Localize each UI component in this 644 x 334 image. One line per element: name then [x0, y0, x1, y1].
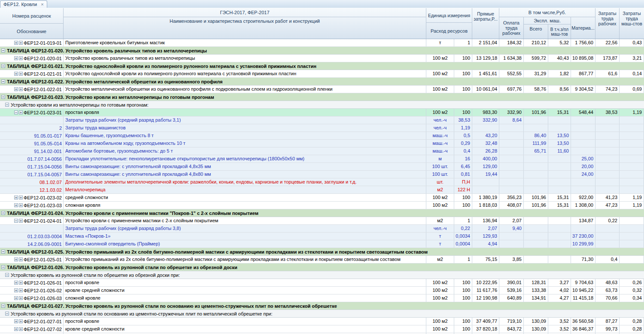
em_zp-cell: 1,82 [548, 70, 571, 77]
collapse-icon[interactable]: − [1, 64, 5, 68]
expand-icon[interactable]: + [14, 281, 18, 285]
collapse-icon[interactable]: − [1, 49, 5, 52]
rate-row[interactable]: ++ФЕР12-01-023-02средней сложности100 м2… [0, 194, 644, 202]
expand-icon[interactable]: + [19, 41, 23, 45]
mach-cell: 1,19 [620, 109, 644, 116]
collapse-icon[interactable]: − [14, 219, 18, 223]
rate-row[interactable]: ++ФЕР12-01-020-01Устройство кровель разл… [0, 55, 644, 62]
rate-row[interactable]: ++ФЕР12-01-022-01Устройство металлическо… [0, 86, 644, 93]
expand-icon[interactable]: + [14, 257, 18, 261]
rate-row[interactable]: ++ФЕР12-01-026-02кровле средней сложност… [0, 287, 644, 294]
expand-icon[interactable]: + [19, 72, 23, 76]
expand-icon[interactable]: + [19, 281, 23, 285]
rate-row[interactable]: −+ФЕР12-01-024-01Устройство кровли с при… [0, 217, 644, 225]
expand-icon[interactable]: + [14, 196, 18, 199]
section-row[interactable]: −ТАБЛИЦА ФЕР12-01-025. Устройство примык… [0, 248, 644, 256]
resource-row[interactable]: 91.05.05-014Краны на автомобильном ходу,… [0, 140, 644, 147]
rate-row[interactable]: ++ФЕР12-01-021-01Устройство однослойной … [0, 70, 644, 78]
code-text: 01.7.15.04-0056 [27, 163, 62, 170]
section-row[interactable]: −ТАБЛИЦА ФЕР12-01-026. Устройство кровел… [0, 264, 644, 271]
expand-icon[interactable]: + [19, 87, 23, 91]
expand-icon[interactable]: + [14, 319, 18, 323]
expand-icon[interactable]: + [19, 110, 23, 114]
qty-cell: 100 [454, 325, 472, 333]
collapse-icon[interactable]: − [5, 312, 9, 316]
rate-row[interactable]: ++ФЕР12-01-027-02кровле средней сложност… [0, 325, 644, 333]
expand-icon[interactable]: + [14, 203, 18, 207]
mat-cell [571, 124, 595, 132]
group-row[interactable]: −Устройство кровель из рулонной стали по… [0, 271, 644, 279]
mat-cell: 24,00 [571, 171, 595, 178]
code-text: 12.1.03.02 [39, 187, 62, 193]
expand-icon[interactable]: + [19, 219, 23, 223]
unit-cell: 100 шт. [426, 163, 454, 170]
expand-icon[interactable]: + [14, 87, 18, 91]
resource-row[interactable]: 91.14.02-001Автомобили бортовые, грузопо… [0, 147, 644, 155]
direct-cell: 2,07 [472, 225, 499, 232]
expand-icon[interactable]: + [19, 288, 23, 292]
em_total-cell [524, 233, 548, 240]
resource-row[interactable]: 01.2.03.03-0004Мастика «Покров-1»т0,0034… [0, 233, 644, 240]
collapse-icon[interactable]: − [1, 265, 5, 269]
expand-icon[interactable]: + [19, 56, 23, 60]
expand-icon[interactable]: + [14, 41, 18, 45]
rate-row[interactable]: ++ФЕР12-01-019-01Приготовление кровельны… [0, 39, 644, 47]
code-text: ФЕР12-01-023-02 [24, 194, 62, 201]
expand-icon[interactable]: + [19, 257, 23, 261]
expand-icon[interactable]: + [19, 196, 23, 199]
expand-icon[interactable]: + [14, 56, 18, 60]
resource-row[interactable]: 12.1.03.02Металлочерепицам2122 Н [0, 186, 644, 194]
section-row[interactable]: −ТАБЛИЦА ФЕР12-01-022. Устройство металл… [0, 78, 644, 86]
expand-icon[interactable]: + [19, 296, 23, 300]
header-gesn: ГЭСН-2017, ФЕР-2017 [64, 8, 426, 17]
expand-icon[interactable]: + [19, 327, 23, 331]
em_zp-cell [548, 178, 571, 186]
pay-cell: 390,01 [499, 279, 524, 286]
em_zp-cell: 3,52 [548, 325, 571, 333]
section-row[interactable]: −ТАБЛИЦА ФЕР12-01-023. Устройство кровли… [0, 93, 644, 101]
section-row[interactable]: −ТАБЛИЦА ФЕР12-01-021. Устройство односл… [0, 62, 644, 70]
resource-row[interactable]: 2Затраты труда машинистовчел.-ч1,19 [0, 124, 644, 132]
rate-row[interactable]: ++ФЕР12-01-026-03сложной кровле100 м2100… [0, 294, 644, 302]
rate-row[interactable]: ++ФЕР12-01-027-01простой кровле100 м2100… [0, 318, 644, 325]
section-row[interactable]: −ТАБЛИЦА ФЕР12-01-020. Устройство кровел… [0, 47, 644, 55]
section-row[interactable]: −ТАБЛИЦА ФЕР12-01-024. Устройство кровли… [0, 209, 644, 217]
resource-row[interactable]: 01.7.15.04-0057Винты самонарезающие: с у… [0, 171, 644, 178]
group-row[interactable]: −Устройство кровель из рулонной стали по… [0, 310, 644, 318]
resource-row[interactable]: 14.2.06.09-0001Битумно-смоляной отвердит… [0, 240, 644, 248]
group-row[interactable]: −Устройство кровли из металлочерепицы по… [0, 101, 644, 109]
rate-row[interactable]: ++ФЕР12-01-026-01простой кровле100 м2100… [0, 279, 644, 287]
expand-icon[interactable]: + [19, 203, 23, 207]
collapse-icon[interactable]: − [1, 304, 5, 308]
expand-icon[interactable]: + [14, 72, 18, 76]
expand-icon[interactable]: + [14, 288, 18, 292]
mach-cell: 3,21 [620, 55, 644, 62]
collapse-icon[interactable]: − [5, 103, 9, 107]
resource-row[interactable]: 08.1.02.07Дополнительные элементы металл… [0, 178, 644, 186]
resource-row[interactable]: 01.7.07.14-0056Прокладки уплотнительные:… [0, 155, 644, 163]
header-labor-workers: Затраты труда рабочих [595, 8, 620, 39]
collapse-icon[interactable]: − [1, 250, 5, 254]
expand-icon[interactable]: + [14, 296, 18, 300]
resource-row[interactable]: 91.05.01-017Краны башенные, грузоподъемн… [0, 132, 644, 140]
collapse-icon[interactable]: − [1, 80, 5, 83]
collapse-icon[interactable]: − [14, 110, 18, 114]
code-cell: ++ФЕР12-01-025-01 [0, 256, 64, 263]
direct-cell: 26,28 [472, 147, 499, 155]
tab-fer12-krovli[interactable]: ФЕР12. Кровли × [0, 0, 47, 8]
rate-row[interactable]: −+ФЕР12-01-023-01простая кровля100 м2100… [0, 109, 644, 116]
resource-row[interactable]: Затраты труда рабочих (средний разряд ра… [0, 116, 644, 124]
tab-close-icon[interactable]: × [41, 2, 43, 7]
collapse-icon[interactable]: − [1, 211, 5, 215]
rate-row[interactable]: ++ФЕР12-01-025-01Устройство примыканий и… [0, 256, 644, 264]
direct-cell: 1 380,19 [472, 194, 499, 201]
expand-icon[interactable]: + [19, 319, 23, 323]
pay-cell [499, 240, 524, 248]
collapse-icon[interactable]: − [5, 273, 9, 277]
section-row[interactable]: −ТАБЛИЦА ФЕР12-01-027. Устройство кровел… [0, 302, 644, 310]
resource-row[interactable]: 01.7.15.04-0056Винты самонарезающие: с у… [0, 163, 644, 171]
expand-icon[interactable]: + [14, 327, 18, 331]
collapse-icon[interactable]: − [1, 95, 5, 99]
rate-row[interactable]: ++ФЕР12-01-023-03сложная кровля100 м2100… [0, 202, 644, 209]
resource-row[interactable]: Затраты труда рабочих (средний разряд ра… [0, 225, 644, 233]
